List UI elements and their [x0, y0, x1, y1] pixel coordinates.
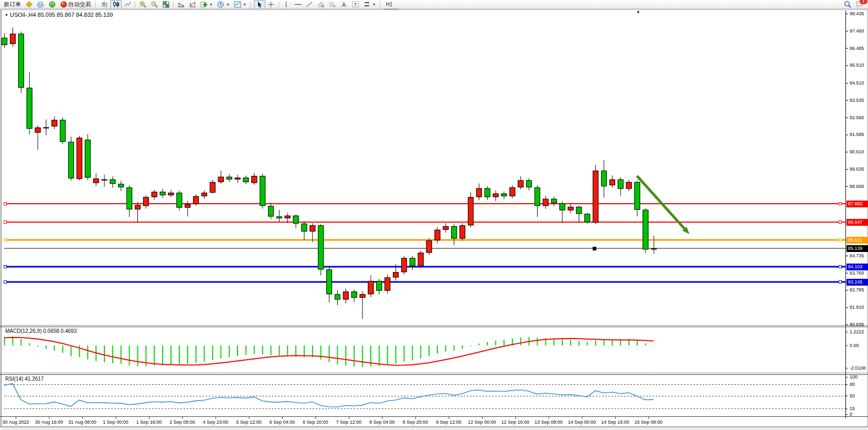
toolbar-separator: [278, 1, 279, 8]
notification-count-badge: 1: [860, 0, 867, 4]
equidistant-channel-tool-button[interactable]: E: [315, 0, 327, 9]
new-order-button[interactable]: 新订单: [2, 0, 23, 9]
price-badge-83.245: 83.245: [846, 279, 868, 286]
text-tool-button[interactable]: A: [338, 0, 350, 9]
dropdown-caret-icon: ▼: [226, 3, 230, 6]
autotrading-label: 自动交易: [68, 1, 91, 8]
autotrading-icon: [60, 1, 67, 8]
styler-button[interactable]: [23, 0, 35, 9]
price-badge-86.647: 86.647: [846, 219, 868, 226]
svg-text:F: F: [334, 5, 336, 8]
clock-icon: [217, 1, 224, 8]
toolbar-right-group: 1: [842, 0, 865, 9]
price-badge-85.139: 85.139: [846, 245, 868, 252]
chart-area: ▼ USOil-,H4 85.095 85.867 84.832 85.139 …: [0, 9, 868, 430]
chart-shift-button[interactable]: [187, 0, 198, 9]
bar-chart-button[interactable]: [99, 0, 110, 9]
dropdown-caret-icon: ▼: [209, 3, 213, 6]
toolbar-grip: [95, 1, 97, 8]
rsi-indicator-label: RSI(14) 41.2617: [5, 376, 44, 382]
add-indicator-icon: [200, 1, 208, 8]
zoom-out-icon: [151, 1, 158, 8]
trading-terminal-window: { "toolbar": { "new_order_label": "新订单",…: [0, 0, 868, 430]
trendline-tool-button[interactable]: [304, 0, 315, 9]
text-label-icon: T: [352, 1, 359, 8]
toolbar-grip: [250, 1, 252, 8]
collapse-triangle-icon: ▼: [5, 13, 8, 17]
horizontal-line-icon: [294, 1, 302, 8]
crosshair-icon: [267, 1, 275, 8]
cursor-icon: [256, 1, 263, 8]
autotrading-button[interactable]: 自动交易: [58, 0, 93, 9]
svg-text:A: A: [342, 2, 346, 8]
price-badge-84.103: 84.103: [846, 264, 868, 270]
zoom-out-button[interactable]: [148, 0, 160, 9]
line-chart-button[interactable]: [122, 0, 133, 9]
horizontal-line-tool-button[interactable]: [292, 0, 304, 9]
toolbar-grip: [380, 1, 382, 8]
price-chart-canvas[interactable]: [0, 9, 868, 430]
dropdown-caret-icon: ▼: [243, 3, 247, 6]
periods-button[interactable]: ▼: [215, 0, 232, 9]
bar-chart-icon: [101, 1, 108, 8]
trendline-icon: [306, 1, 313, 8]
fibonacci-tool-button[interactable]: F: [327, 0, 338, 9]
vertical-line-icon: [283, 1, 290, 8]
market-watch-button[interactable]: [46, 0, 58, 9]
chart-window-icon: [37, 1, 44, 8]
svg-text:E: E: [322, 5, 324, 8]
line-chart-icon: [124, 1, 131, 8]
indicators-button[interactable]: ▼: [198, 0, 215, 9]
toolbar-separator: [135, 1, 135, 8]
chart-ohlc-values: 85.095 85.867 84.832 85.139: [38, 12, 113, 18]
search-icon: [844, 1, 851, 8]
price-badge-87.682: 87.682: [846, 201, 868, 207]
templates-button[interactable]: ▼: [232, 0, 249, 9]
channel-icon: E: [317, 1, 325, 8]
zoom-in-button[interactable]: [137, 0, 148, 9]
auto-scroll-icon: [177, 1, 185, 8]
toolbar-separator: [173, 1, 174, 8]
zoom-in-icon: [139, 1, 146, 8]
chart-title: ▼ USOil-,H4 85.095 85.867 84.832 85.139: [5, 12, 113, 18]
crosshair-tool-button[interactable]: [265, 0, 277, 9]
vertical-line-tool-button[interactable]: [281, 0, 292, 9]
svg-text:T: T: [354, 2, 357, 7]
main-toolbar: 新订单 自动交易: [0, 0, 868, 9]
cursor-tool-button[interactable]: [254, 0, 265, 9]
chart-shift-icon: [189, 1, 196, 8]
timeframe-button-H1[interactable]: H1: [383, 0, 399, 9]
price-badge-85.611: 85.611: [846, 237, 868, 244]
dropdown-caret-icon: ▼: [372, 3, 376, 6]
text-icon: A: [340, 1, 348, 8]
candlestick-chart-button[interactable]: [110, 0, 122, 9]
new-chart-button[interactable]: [35, 0, 46, 9]
market-watch-icon: [48, 1, 56, 8]
search-button[interactable]: [842, 0, 853, 9]
auto-scroll-button[interactable]: [175, 0, 187, 9]
styler-icon: [25, 1, 33, 8]
arrows-tool-button[interactable]: ▼: [361, 0, 378, 9]
notifications-button[interactable]: 1: [853, 0, 865, 9]
chart-shift-marker-icon[interactable]: ▼: [636, 10, 640, 15]
chart-symbol-label: USOil-,H4: [10, 12, 36, 18]
tile-windows-button[interactable]: [160, 0, 172, 9]
fibonacci-icon: F: [329, 1, 336, 8]
macd-indicator-label: MACD(12,26,9) 0.0658 0.4693: [5, 328, 77, 334]
shapes-icon: [363, 1, 371, 8]
template-icon: [234, 1, 241, 8]
candlestick-chart-icon: [112, 1, 120, 8]
text-label-tool-button[interactable]: T: [350, 0, 361, 9]
tile-windows-icon: [162, 1, 169, 8]
